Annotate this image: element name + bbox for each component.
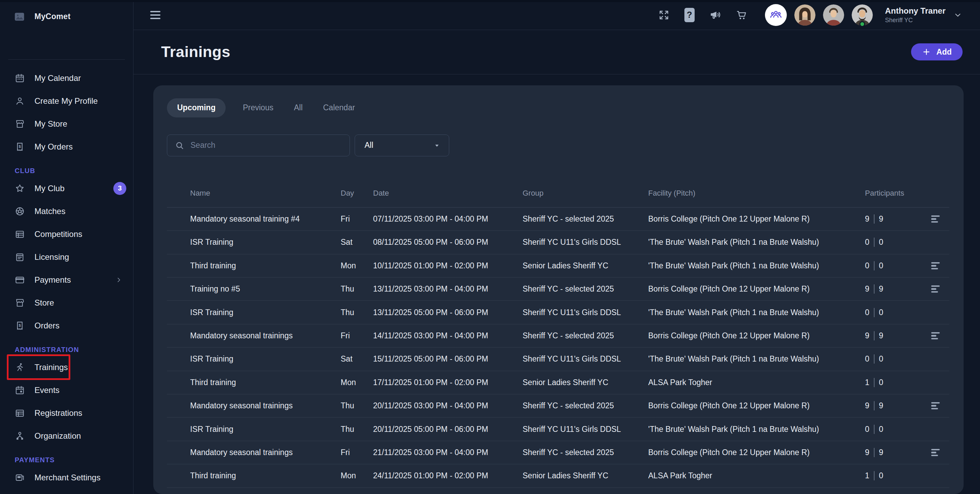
calendar-icon xyxy=(15,73,25,83)
cell-participants: 00 xyxy=(865,261,922,270)
sidebar-item-label: My Orders xyxy=(35,142,73,151)
participants-separator xyxy=(874,261,875,270)
sidebar-item-organization[interactable]: Organization xyxy=(0,424,133,447)
sidebar-item-competitions[interactable]: Competitions xyxy=(0,223,133,245)
row-notes-icon[interactable] xyxy=(931,332,940,340)
table-row[interactable]: Training no #5Thu13/11/2025 03:00 PM - 0… xyxy=(167,277,949,301)
participants-count-left: 9 xyxy=(865,448,869,457)
cell-facility: 'The Brute' Walsh Park (Pitch 1 na Brute… xyxy=(648,308,865,317)
cell-name: ISR Training xyxy=(190,237,340,247)
row-notes-icon[interactable] xyxy=(931,449,940,456)
table-row[interactable]: ISR TrainingSat15/11/2025 05:00 PM - 06:… xyxy=(167,347,949,371)
category-select[interactable]: All xyxy=(355,134,449,156)
table-row[interactable]: Mandatory seasonal trainingsFri14/11/202… xyxy=(167,324,949,347)
table-row[interactable]: Third trainingMon17/11/2025 01:00 PM - 0… xyxy=(167,371,949,394)
tab-upcoming[interactable]: Upcoming xyxy=(167,98,226,118)
cell-participants: 00 xyxy=(865,425,922,434)
sidebar-item-my-store[interactable]: My Store xyxy=(0,112,133,135)
sidebar-item-my-orders[interactable]: $My Orders xyxy=(0,135,133,158)
table-row[interactable]: Mandatory seasonal trainingsThu20/11/202… xyxy=(167,394,949,418)
help-icon[interactable]: ? xyxy=(684,8,695,22)
profile-switcher-button[interactable] xyxy=(765,4,787,26)
sidebar-item-store[interactable]: Store xyxy=(0,291,133,314)
row-notes-icon[interactable] xyxy=(931,262,940,270)
participants-separator xyxy=(874,471,875,480)
table-row[interactable]: ISR TrainingThu20/11/2025 05:00 PM - 06:… xyxy=(167,418,949,441)
participants-count-right: 9 xyxy=(879,214,883,224)
tab-all[interactable]: All xyxy=(291,98,306,118)
sidebar-item-my-club[interactable]: My Club3 xyxy=(0,177,133,200)
user-icon xyxy=(15,96,25,106)
participants-separator xyxy=(874,425,875,434)
window-top-edge xyxy=(0,0,980,2)
count-badge: 3 xyxy=(113,182,126,195)
sidebar-divider xyxy=(8,59,125,60)
tab-previous[interactable]: Previous xyxy=(239,98,277,118)
cell-date: 17/11/2025 01:00 PM - 02:00 PM xyxy=(373,378,523,387)
sidebar-item-events[interactable]: Events xyxy=(0,379,133,402)
tab-calendar[interactable]: Calendar xyxy=(320,98,358,118)
cell-date: 14/11/2025 03:00 PM - 04:00 PM xyxy=(373,331,523,340)
svg-text:$: $ xyxy=(19,323,21,327)
participants-count-right: 9 xyxy=(879,284,883,293)
avatar-male-beard[interactable] xyxy=(852,5,873,25)
terminal-icon xyxy=(15,472,25,483)
sidebar-item-create-my-profile[interactable]: Create My Profile xyxy=(0,89,133,112)
table-row[interactable]: ISR TrainingSat08/11/2025 05:00 PM - 06:… xyxy=(167,231,949,254)
sidebar-item-my-calendar[interactable]: My Calendar xyxy=(0,67,133,89)
brand-name: MyComet xyxy=(35,12,71,21)
participants-separator xyxy=(874,308,875,317)
avatar-male-young[interactable] xyxy=(823,5,844,25)
participants-separator xyxy=(874,401,875,410)
sidebar-item-merchant-settings[interactable]: Merchant Settings xyxy=(0,466,133,489)
chevron-down-icon[interactable] xyxy=(953,10,963,20)
cell-day: Thu xyxy=(340,284,373,293)
table-row[interactable]: Third trainingMon10/11/2025 01:00 PM - 0… xyxy=(167,254,949,277)
cell-participants: 99 xyxy=(865,331,922,340)
participants-separator xyxy=(874,378,875,387)
menu-icon[interactable] xyxy=(150,11,161,19)
sidebar-item-licensing[interactable]: Licensing xyxy=(0,245,133,268)
cell-group: Senior Ladies Sheriff YC xyxy=(523,261,648,270)
megaphone-icon[interactable] xyxy=(709,9,721,21)
cell-group: Sheriff YC - selected 2025 xyxy=(523,284,648,293)
avatar-female[interactable] xyxy=(794,5,816,25)
cell-name: ISR Training xyxy=(190,308,340,317)
add-button[interactable]: Add xyxy=(911,43,963,61)
row-notes-icon[interactable] xyxy=(931,215,940,223)
table-header-row: NameDayDateGroupFacility (Pitch)Particip… xyxy=(167,156,949,207)
search-input[interactable] xyxy=(191,141,343,150)
sidebar-item-matches[interactable]: Matches xyxy=(0,200,133,223)
content-divider xyxy=(134,74,980,75)
cell-facility: Borris College (Pitch One 12 Upper Malon… xyxy=(648,401,865,410)
card-icon xyxy=(15,275,25,285)
table-row[interactable]: Mandatory seasonal trainingsFri21/11/202… xyxy=(167,441,949,464)
sidebar-item-registrations[interactable]: Registrations xyxy=(0,402,133,424)
sidebar-item-trainings[interactable]: Trainings xyxy=(0,356,133,379)
table-row[interactable]: Mandatory seasonal training #4Fri07/11/2… xyxy=(167,207,949,231)
category-select-value: All xyxy=(364,141,374,150)
participants-count-right: 0 xyxy=(879,471,883,480)
cell-participants: 99 xyxy=(865,401,922,410)
sidebar-item-payments[interactable]: Payments xyxy=(0,268,133,291)
cell-day: Thu xyxy=(340,401,373,410)
fullscreen-icon[interactable] xyxy=(658,9,670,21)
user-menu[interactable]: Anthony Traner Sheriff YC xyxy=(885,6,945,24)
table-row[interactable]: ISR TrainingThu13/11/2025 05:00 PM - 06:… xyxy=(167,301,949,324)
row-notes-icon[interactable] xyxy=(931,402,940,410)
cell-date: 07/11/2025 03:00 PM - 04:00 PM xyxy=(373,214,523,224)
cart-icon[interactable] xyxy=(736,9,748,21)
sidebar-item-orders[interactable]: $Orders xyxy=(0,314,133,337)
store-icon xyxy=(15,298,25,308)
participants-count-left: 1 xyxy=(865,378,869,387)
cell-group: Senior Ladies Sheriff YC xyxy=(523,471,648,480)
participants-count-right: 0 xyxy=(879,354,883,363)
participants-count-left: 0 xyxy=(865,237,869,247)
table-row[interactable]: Third trainingMon24/11/2025 01:00 PM - 0… xyxy=(167,464,949,488)
cell-facility: ALSA Park Togher xyxy=(648,378,865,387)
sidebar-item-label: Events xyxy=(35,386,59,395)
cell-day: Thu xyxy=(340,308,373,317)
participants-count-right: 0 xyxy=(879,308,883,317)
row-notes-icon[interactable] xyxy=(931,285,940,293)
cell-day: Mon xyxy=(340,378,373,387)
